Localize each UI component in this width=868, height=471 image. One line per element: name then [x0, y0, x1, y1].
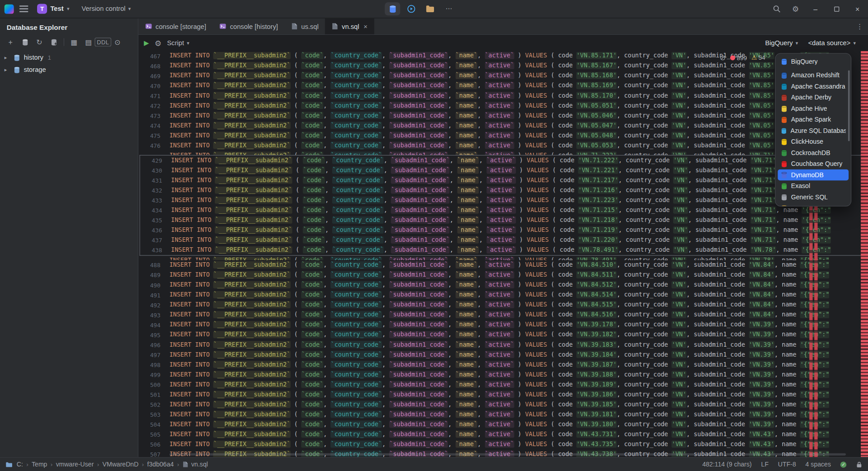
code-text[interactable]: INSERT INTO `__PREFIX__subadmin2` ( `cod…	[169, 245, 831, 255]
line-number[interactable]: 438	[140, 245, 169, 255]
code-text[interactable]: INSERT INTO `__PREFIX__subadmin2` ( `cod…	[167, 71, 830, 81]
run-script-button[interactable]: ▶	[144, 39, 149, 47]
code-area[interactable]: 467INSERT INTO `__PREFIX__subadmin2` ( `…	[138, 51, 868, 457]
line-number[interactable]: 432	[140, 185, 169, 195]
open-folder-button[interactable]	[422, 2, 438, 15]
datasource-option[interactable]: Apache Cassandra	[778, 81, 849, 92]
line-number[interactable]: 467	[138, 51, 167, 61]
sync-datasource-button[interactable]	[47, 36, 60, 48]
code-text[interactable]: INSERT INTO `__PREFIX__subadmin2` ( `cod…	[167, 151, 830, 155]
line-number[interactable]: 474	[138, 121, 167, 131]
code-text[interactable]: INSERT INTO `__PREFIX__subadmin2` ( `cod…	[167, 141, 830, 151]
line-number[interactable]: 433	[140, 195, 169, 205]
search-everywhere-button[interactable]	[767, 0, 786, 18]
close-button[interactable]: ×	[847, 0, 868, 18]
line-number[interactable]: 434	[140, 205, 169, 215]
vcs-widget[interactable]: Version control ▾	[78, 3, 134, 14]
line-number[interactable]: 472	[138, 101, 167, 111]
code-text[interactable]: INSERT INTO `__PREFIX__subadmin2` ( `cod…	[169, 185, 831, 195]
code-text[interactable]: INSERT INTO `__PREFIX__subadmin2` ( `cod…	[167, 256, 830, 260]
line-number[interactable]: 475	[138, 131, 167, 141]
code-text[interactable]: INSERT INTO `__PREFIX__subadmin2` ( `cod…	[167, 121, 830, 131]
line-number[interactable]: 492	[138, 300, 167, 310]
code-text[interactable]: INSERT INTO `__PREFIX__subadmin2` ( `cod…	[169, 235, 831, 245]
line-number[interactable]	[138, 151, 167, 155]
tab-list-button[interactable]: ⋮	[851, 18, 868, 34]
breadcrumb-item[interactable]: C:	[17, 461, 23, 468]
file-encoding[interactable]: UTF-8	[778, 461, 796, 468]
datasource-selector[interactable]: <data source> ▾	[808, 39, 856, 47]
tree-item-history[interactable]: ▸ history 1	[0, 52, 138, 64]
breadcrumb-item[interactable]: vn.sql	[191, 461, 208, 468]
line-number[interactable]: 502	[138, 400, 167, 410]
tab-console-history[interactable]: console [history]	[213, 18, 285, 34]
datasource-option[interactable]: Azure SQL Database	[778, 125, 849, 136]
code-text[interactable]: INSERT INTO `__PREFIX__subadmin2` ( `cod…	[169, 195, 831, 205]
code-text[interactable]: INSERT INTO `__PREFIX__subadmin2` ( `cod…	[167, 270, 830, 280]
tab-us-sql[interactable]: us.sql	[285, 18, 326, 34]
line-number[interactable]: 468	[138, 61, 167, 71]
datasource-option[interactable]: Apache Derby	[778, 92, 849, 103]
dropdown-scrollbar[interactable]	[848, 71, 850, 141]
datasource-option[interactable]: Apache Hive	[778, 103, 849, 114]
main-menu-icon[interactable]	[19, 5, 28, 12]
line-number[interactable]: 503	[138, 410, 167, 419]
code-text[interactable]: INSERT INTO `__PREFIX__subadmin2` ( `cod…	[167, 111, 830, 121]
datasource-option[interactable]: ClickHouse	[778, 136, 849, 147]
settings-button[interactable]: ⚙	[786, 0, 805, 18]
code-text[interactable]: INSERT INTO `__PREFIX__subadmin2` ( `cod…	[167, 330, 830, 340]
line-separator[interactable]: LF	[761, 461, 769, 468]
tab-console-storage[interactable]: console [storage]	[138, 18, 213, 34]
code-text[interactable]: INSERT INTO `__PREFIX__subadmin2` ( `cod…	[167, 429, 830, 439]
line-number[interactable]: 436	[140, 225, 169, 235]
script-selector[interactable]: Script ▾	[167, 39, 189, 47]
datasource-option[interactable]: CockroachDB	[778, 147, 849, 158]
code-text[interactable]: INSERT INTO `__PREFIX__subadmin2` ( `cod…	[167, 91, 830, 101]
line-number[interactable]: 501	[138, 390, 167, 400]
lock-icon[interactable]	[856, 461, 863, 468]
more-actions-button[interactable]: ⋯	[441, 2, 457, 15]
horizontal-scrollbar[interactable]	[170, 453, 846, 456]
line-number[interactable]: 499	[138, 370, 167, 380]
line-number[interactable]: 435	[140, 215, 169, 225]
code-text[interactable]: INSERT INTO `__PREFIX__subadmin2` ( `cod…	[167, 61, 830, 71]
line-number[interactable]: 476	[138, 141, 167, 151]
line-number[interactable]: 493	[138, 310, 167, 320]
add-datasource-button[interactable]: +	[5, 36, 17, 48]
line-number[interactable]: 489	[138, 270, 167, 280]
line-number[interactable]: 497	[138, 350, 167, 360]
code-text[interactable]: INSERT INTO `__PREFIX__subadmin2` ( `cod…	[167, 260, 830, 270]
tab-vn-sql[interactable]: vn.sql ×	[325, 18, 374, 34]
line-number[interactable]: 473	[138, 111, 167, 121]
breadcrumb-item[interactable]: f3db06a4	[147, 461, 174, 468]
close-tab-icon[interactable]: ×	[363, 23, 368, 30]
line-number[interactable]: 505	[138, 429, 167, 439]
indent-style[interactable]: 4 spaces	[806, 461, 831, 468]
code-text[interactable]: INSERT INTO `__PREFIX__subadmin2` ( `cod…	[167, 419, 830, 429]
inspections-widget[interactable]: ⊘ 899 ⚠54	[720, 54, 765, 62]
project-widget[interactable]: T Test ▾	[34, 2, 73, 15]
line-number[interactable]: 500	[138, 380, 167, 390]
line-number[interactable]: 504	[138, 419, 167, 429]
line-number[interactable]: 431	[140, 175, 169, 185]
code-text[interactable]: INSERT INTO `__PREFIX__subadmin2` ( `cod…	[167, 340, 830, 350]
line-number[interactable]: 490	[138, 280, 167, 290]
code-text[interactable]: INSERT INTO `__PREFIX__subadmin2` ( `cod…	[169, 165, 831, 175]
dialect-selector[interactable]: BigQuery ▾	[765, 39, 798, 47]
code-text[interactable]: INSERT INTO `__PREFIX__subadmin2` ( `cod…	[167, 370, 830, 380]
datasource-option[interactable]: BigQuery	[778, 56, 849, 67]
line-number[interactable]: 488	[138, 260, 167, 270]
line-number[interactable]: 471	[138, 91, 167, 101]
caret-position[interactable]: 482:114 (9 chars)	[702, 461, 751, 468]
breadcrumb-item[interactable]: Temp	[32, 461, 47, 468]
code-text[interactable]: INSERT INTO `__PREFIX__subadmin2` ( `cod…	[167, 280, 830, 290]
code-text[interactable]: INSERT INTO `__PREFIX__subadmin2` ( `cod…	[167, 439, 830, 449]
line-number[interactable]	[138, 256, 167, 260]
code-text[interactable]: INSERT INTO `__PREFIX__subadmin2` ( `cod…	[167, 360, 830, 370]
code-text[interactable]: INSERT INTO `__PREFIX__subadmin2` ( `cod…	[167, 400, 830, 410]
line-number[interactable]: 496	[138, 340, 167, 350]
inspect-button[interactable]: ⊙	[111, 36, 123, 48]
line-number[interactable]: 470	[138, 81, 167, 91]
code-text[interactable]: INSERT INTO `__PREFIX__subadmin2` ( `cod…	[167, 101, 830, 111]
line-number[interactable]: 506	[138, 439, 167, 449]
